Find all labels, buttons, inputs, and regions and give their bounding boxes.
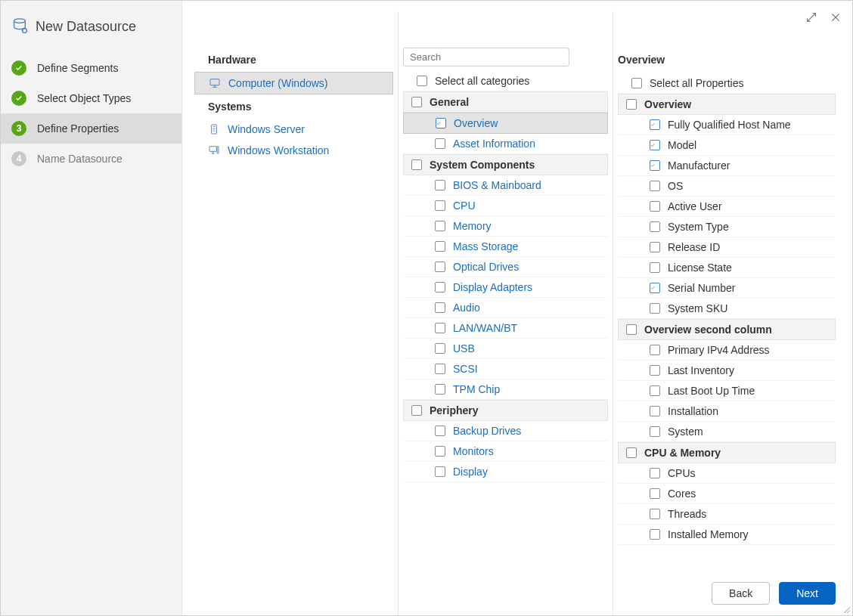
category-group-header[interactable]: System Components [403, 154, 608, 175]
category-item[interactable]: Optical Drives [403, 257, 608, 277]
select-all-properties[interactable]: Select all Properties [618, 73, 836, 94]
checkbox-icon[interactable] [650, 242, 660, 252]
object-group-header: Systems [194, 94, 393, 119]
property-item[interactable]: Release ID [618, 237, 836, 258]
checkbox-icon[interactable] [650, 345, 660, 355]
checkbox-icon[interactable] [626, 99, 637, 110]
property-item[interactable]: CPUs [618, 463, 836, 484]
checkbox-icon[interactable] [435, 282, 445, 293]
category-item[interactable]: BIOS & Mainboard [403, 175, 608, 196]
checkbox-icon[interactable] [650, 262, 660, 273]
category-item[interactable]: Display [403, 462, 608, 482]
checkbox-icon[interactable] [435, 426, 445, 436]
checkbox-icon[interactable] [417, 76, 427, 86]
checkbox-icon[interactable] [411, 405, 422, 416]
step-1[interactable]: Define Segments [1, 53, 181, 83]
object-item[interactable]: Windows Workstation [194, 140, 393, 161]
item-label: Installed Memory [668, 528, 749, 540]
checkbox-icon[interactable] [650, 283, 660, 293]
checkbox-icon[interactable] [650, 221, 660, 232]
checkbox-icon[interactable] [626, 324, 637, 335]
checkbox-icon[interactable] [650, 468, 660, 478]
checkbox-icon[interactable] [650, 365, 660, 376]
property-item[interactable]: Last Inventory [618, 361, 836, 381]
checkbox-icon[interactable] [435, 138, 445, 149]
checkbox-icon[interactable] [435, 323, 445, 333]
checkbox-icon[interactable] [650, 201, 660, 212]
resize-grip-icon[interactable] [840, 603, 851, 614]
category-group-header[interactable]: Periphery [403, 400, 608, 421]
category-item[interactable]: USB [403, 339, 608, 359]
checkbox-icon[interactable] [435, 180, 445, 190]
checkbox-icon[interactable] [650, 426, 660, 437]
checkbox-icon[interactable] [435, 221, 445, 231]
checkbox-icon[interactable] [435, 343, 445, 354]
category-item[interactable]: Monitors [403, 441, 608, 462]
category-item[interactable]: TPM Chip [403, 379, 608, 400]
next-button[interactable]: Next [779, 582, 836, 605]
step-3[interactable]: 3Define Properties [1, 113, 181, 144]
checkbox-icon[interactable] [435, 364, 445, 374]
category-item[interactable]: Asset Information [403, 134, 608, 154]
checkbox-icon[interactable] [411, 159, 422, 170]
property-item[interactable]: Active User [618, 197, 836, 217]
checkbox-icon[interactable] [650, 529, 660, 540]
close-icon[interactable] [827, 8, 845, 26]
property-item[interactable]: OS [618, 176, 836, 197]
checkbox-icon[interactable] [435, 200, 445, 211]
property-item[interactable]: Installation [618, 401, 836, 422]
select-all-categories[interactable]: Select all categories [403, 71, 608, 91]
object-item[interactable]: Windows Server [194, 119, 393, 140]
category-item[interactable]: Mass Storage [403, 237, 608, 257]
checkbox-icon[interactable] [435, 446, 445, 457]
property-item[interactable]: System SKU [618, 299, 836, 319]
property-item[interactable]: Threads [618, 504, 836, 525]
property-group-header[interactable]: CPU & Memory [618, 442, 836, 463]
checkbox-icon[interactable] [436, 118, 446, 128]
property-item[interactable]: Serial Number [618, 278, 836, 299]
category-item[interactable]: LAN/WAN/BT [403, 318, 608, 339]
checkbox-icon[interactable] [435, 262, 445, 272]
checkbox-icon[interactable] [411, 97, 422, 107]
checkbox-icon[interactable] [435, 466, 445, 477]
search-input[interactable] [403, 48, 569, 67]
checkbox-icon[interactable] [650, 488, 660, 499]
checkbox-icon[interactable] [650, 406, 660, 416]
category-item[interactable]: Backup Drives [403, 421, 608, 441]
checkbox-icon[interactable] [435, 384, 445, 395]
step-2[interactable]: Select Object Types [1, 83, 181, 113]
category-item[interactable]: Memory [403, 216, 608, 237]
object-item[interactable]: Computer (Windows) [194, 72, 393, 94]
property-item[interactable]: Installed Memory [618, 525, 836, 545]
property-group-header[interactable]: Overview second column [618, 319, 836, 340]
checkbox-icon[interactable] [626, 447, 637, 458]
checkbox-icon[interactable] [650, 509, 660, 519]
back-button[interactable]: Back [712, 582, 770, 605]
category-item[interactable]: SCSI [403, 359, 608, 379]
property-item[interactable]: System [618, 422, 836, 442]
checkbox-icon[interactable] [650, 181, 660, 191]
category-group-header[interactable]: General [403, 91, 608, 113]
property-item[interactable]: Cores [618, 484, 836, 504]
property-group-header[interactable]: Overview [618, 94, 836, 115]
category-item[interactable]: Display Adapters [403, 277, 608, 298]
property-item[interactable]: License State [618, 258, 836, 278]
checkbox-icon[interactable] [650, 160, 660, 171]
checkbox-icon[interactable] [650, 119, 660, 130]
property-item[interactable]: System Type [618, 217, 836, 237]
maximize-icon[interactable] [802, 8, 820, 26]
property-item[interactable]: Model [618, 135, 836, 156]
category-item[interactable]: Audio [403, 298, 608, 318]
property-item[interactable]: Manufacturer [618, 156, 836, 176]
category-item[interactable]: CPU [403, 196, 608, 216]
checkbox-icon[interactable] [650, 385, 660, 396]
checkbox-icon[interactable] [435, 241, 445, 252]
property-item[interactable]: Fully Qualified Host Name [618, 115, 836, 135]
category-item[interactable]: Overview [403, 113, 608, 134]
checkbox-icon[interactable] [650, 303, 660, 314]
property-item[interactable]: Primary IPv4 Address [618, 340, 836, 361]
property-item[interactable]: Last Boot Up Time [618, 381, 836, 401]
checkbox-icon[interactable] [435, 302, 445, 313]
checkbox-icon[interactable] [650, 140, 660, 150]
checkbox-icon[interactable] [631, 78, 642, 88]
